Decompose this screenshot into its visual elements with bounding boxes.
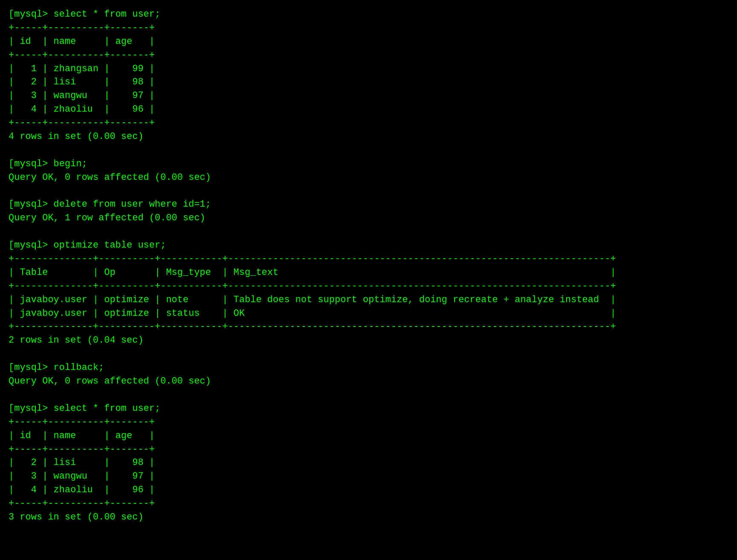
terminal-text: [mysql> select * from user; +-----+-----… [9,8,728,524]
terminal-output: [mysql> select * from user; +-----+-----… [9,8,728,524]
